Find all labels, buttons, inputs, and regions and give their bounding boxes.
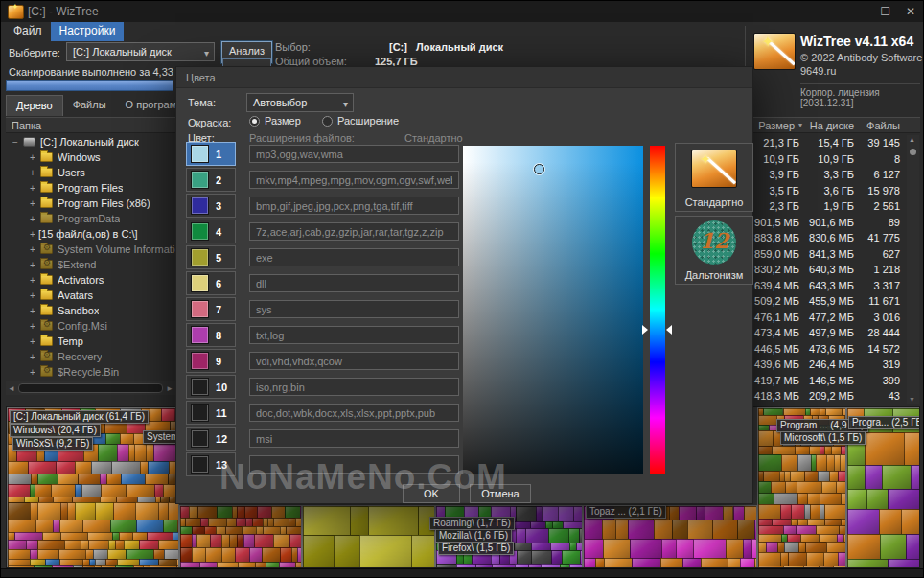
extension-input[interactable] xyxy=(249,222,459,241)
treemap-block[interactable] xyxy=(879,509,902,535)
treemap-block[interactable] xyxy=(901,509,920,535)
extension-input[interactable] xyxy=(249,404,459,422)
treemap-block[interactable] xyxy=(168,502,179,520)
radio-extension[interactable]: Расширение xyxy=(322,115,399,127)
tree-item[interactable]: +[15 файл(а,ов) в C:\] xyxy=(6,226,175,242)
treemap-block[interactable] xyxy=(8,502,31,520)
expand-icon[interactable]: + xyxy=(27,336,38,347)
treemap-block[interactable] xyxy=(788,552,806,566)
treemap-block[interactable] xyxy=(542,506,559,522)
treemap-block[interactable] xyxy=(8,461,29,474)
treemap-block[interactable] xyxy=(289,534,302,549)
treemap-block[interactable] xyxy=(254,534,274,549)
extension-input[interactable] xyxy=(249,274,459,292)
table-row[interactable]: 3,9 ГБ3,3 ГБ6 127 xyxy=(749,167,900,183)
treemap-block[interactable] xyxy=(911,465,920,490)
menu-settings[interactable]: Настройки xyxy=(51,22,125,41)
treemap-block[interactable] xyxy=(28,461,57,474)
treemap-block[interactable] xyxy=(847,534,881,560)
column-folder[interactable]: Папка xyxy=(12,120,41,131)
treemap-block[interactable] xyxy=(740,558,755,568)
color-row[interactable]: 1 xyxy=(186,142,236,166)
extension-input[interactable] xyxy=(249,145,459,163)
treemap-block[interactable] xyxy=(888,489,920,509)
treemap-block[interactable] xyxy=(758,552,781,566)
treemap-block[interactable] xyxy=(836,481,846,495)
treemap-block[interactable] xyxy=(148,461,169,474)
table-row[interactable]: 509,2 МБ455,9 МБ11 671 xyxy=(749,293,900,310)
treemap-block[interactable] xyxy=(847,509,880,535)
treemap-block[interactable] xyxy=(682,558,702,568)
treemap-block[interactable] xyxy=(791,504,805,520)
treemap-block[interactable] xyxy=(262,547,280,563)
treemap-block[interactable] xyxy=(712,520,739,540)
treemap-block[interactable] xyxy=(603,539,631,559)
treemap-block[interactable] xyxy=(558,506,573,522)
hue-slider[interactable] xyxy=(650,146,665,474)
treemap-block[interactable] xyxy=(205,547,221,563)
maximize-button[interactable]: ☐ xyxy=(880,6,890,17)
treemap-block[interactable] xyxy=(865,432,905,466)
horizontal-scrollbar[interactable]: ◄ ► xyxy=(6,381,175,395)
tree-item[interactable]: +Recovery xyxy=(6,349,175,364)
hue-arrow-left-icon[interactable] xyxy=(642,325,648,335)
scroll-left-icon[interactable]: ◄ xyxy=(8,384,15,393)
table-row[interactable]: 639,4 МБ643,3 МБ3 317 xyxy=(749,278,900,294)
tree-item[interactable]: +Program Files (x86) xyxy=(6,196,175,211)
treemap-block[interactable] xyxy=(821,481,837,495)
picker-marker[interactable] xyxy=(534,164,544,174)
treemap-block[interactable] xyxy=(628,520,655,540)
tree-item[interactable]: +System Volume Information xyxy=(6,242,175,257)
treemap-block[interactable] xyxy=(59,520,83,533)
expand-icon[interactable]: + xyxy=(27,198,38,209)
treemap-block[interactable] xyxy=(111,461,141,474)
treemap-block[interactable] xyxy=(517,550,531,565)
treemap-block[interactable] xyxy=(687,520,712,540)
column-on-disk[interactable]: На диске xyxy=(808,120,854,131)
treemap-block[interactable] xyxy=(672,520,689,540)
treemap-region[interactable] xyxy=(179,505,302,568)
treemap-block[interactable] xyxy=(126,484,155,498)
site-link[interactable]: 9649.ru xyxy=(800,65,836,77)
table-row[interactable]: 476,1 МБ477,2 МБ3 016 xyxy=(749,310,900,326)
expand-icon[interactable]: + xyxy=(27,352,38,362)
treemap-block[interactable] xyxy=(584,539,604,559)
color-row[interactable]: 13 xyxy=(186,452,236,476)
treemap-block[interactable] xyxy=(35,484,52,498)
expand-icon[interactable]: + xyxy=(27,260,38,270)
treemap-block[interactable] xyxy=(531,550,552,565)
treemap-block[interactable] xyxy=(824,504,846,520)
color-row[interactable]: 12 xyxy=(186,427,236,451)
treemap-block[interactable] xyxy=(273,534,290,549)
color-row[interactable]: 5 xyxy=(186,245,236,269)
expand-icon[interactable]: + xyxy=(27,367,38,378)
extension-input[interactable] xyxy=(249,352,459,370)
collapse-icon[interactable]: − xyxy=(10,137,21,148)
expand-icon[interactable]: + xyxy=(27,275,38,286)
treemap-block[interactable] xyxy=(806,552,824,566)
color-row[interactable]: 2 xyxy=(186,168,236,192)
table-row[interactable]: 439,6 МБ246,4 МБ319 xyxy=(749,357,900,373)
treemap-block[interactable] xyxy=(866,489,889,509)
treemap-block[interactable] xyxy=(180,562,200,568)
treemap-block[interactable] xyxy=(880,534,907,560)
treemap-block[interactable] xyxy=(8,520,36,533)
treemap-block[interactable] xyxy=(573,506,583,522)
color-row[interactable]: 3 xyxy=(186,194,236,218)
tree-item[interactable]: +ProgramData xyxy=(6,211,175,226)
tree-item[interactable]: +Avatars xyxy=(6,288,175,303)
treemap-block[interactable] xyxy=(266,562,280,568)
treemap-block[interactable] xyxy=(797,481,822,495)
treemap-block[interactable] xyxy=(758,454,782,471)
treemap-block[interactable] xyxy=(91,461,112,474)
expand-icon[interactable]: + xyxy=(27,321,38,332)
treemap-block[interactable] xyxy=(693,539,727,559)
table-row[interactable]: 2,3 ГБ1,9 ГБ2 561 xyxy=(749,198,900,215)
treemap-block[interactable] xyxy=(847,465,866,490)
expand-icon[interactable]: + xyxy=(27,244,38,255)
extension-input[interactable] xyxy=(249,300,459,318)
scroll-thumb[interactable] xyxy=(910,149,916,155)
extension-input[interactable] xyxy=(249,326,459,344)
expand-icon[interactable]: + xyxy=(27,290,38,301)
treemap-block[interactable] xyxy=(679,506,697,520)
